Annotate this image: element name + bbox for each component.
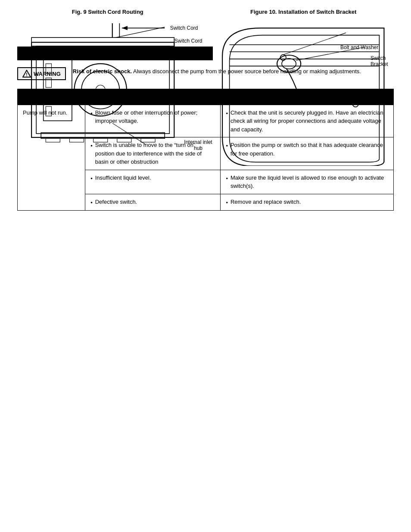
bullet-dot-4: •: [90, 199, 93, 207]
svg-line-22: [116, 27, 165, 37]
fig9-caption: Fig. 9 Switch Cord Routing: [17, 9, 198, 15]
fig9-diagram: Switch Cord: [17, 19, 198, 167]
remedy-liquid-text: Make sure the liquid level is allowed to…: [230, 174, 388, 190]
fig10-diagram: [213, 19, 394, 167]
svg-point-5: [96, 85, 105, 95]
remedy-defective: • Remove and replace switch.: [221, 194, 394, 211]
bullet-remedy-liquid: • Make sure the liquid level is allowed …: [226, 174, 388, 190]
switch-cord-callout: Switch Cord: [185, 51, 213, 57]
cause-liquid-text: Insufficient liquid level.: [95, 174, 151, 182]
bullet-remedy-defective: • Remove and replace switch.: [226, 198, 388, 207]
bullet-dot-r4: •: [226, 199, 228, 207]
bullet-defective: • Defective switch.: [90, 198, 215, 207]
svg-rect-0: [31, 42, 174, 137]
svg-rect-17: [93, 138, 108, 142]
remedy-defective-text: Remove and replace switch.: [230, 198, 301, 206]
svg-rect-19: [141, 138, 155, 142]
figure-left: Fig. 9 Switch Cord Routing: [17, 9, 198, 150]
remedy-liquid: • Make sure the liquid level is allowed …: [221, 170, 394, 194]
switch-cord-label: Switch Cord: [174, 38, 202, 44]
svg-point-3: [74, 64, 126, 116]
svg-rect-10: [46, 106, 51, 116]
svg-rect-9: [46, 92, 51, 102]
svg-rect-16: [69, 138, 84, 142]
svg-rect-7: [46, 64, 51, 73]
bullet-dot-3: •: [90, 174, 93, 183]
cause-defective: • Defective switch.: [85, 194, 221, 211]
fig9-switch-cord-label: Switch Cord: [170, 25, 198, 31]
svg-point-4: [81, 71, 119, 109]
svg-rect-18: [117, 138, 131, 142]
svg-point-30: [296, 92, 301, 97]
svg-rect-8: [46, 78, 51, 87]
svg-rect-15: [46, 138, 60, 142]
svg-rect-6: [44, 59, 72, 121]
bullet-liquid: • Insufficient liquid level.: [90, 174, 215, 183]
svg-line-31: [283, 33, 346, 55]
bullet-dot-r3: •: [226, 174, 228, 183]
cause-liquid: • Insufficient liquid level.: [85, 170, 221, 194]
fig10-caption: Figure 10. Installation of Switch Bracke…: [213, 9, 394, 15]
svg-point-33: [353, 101, 358, 107]
figure-right: Figure 10. Installation of Switch Bracke…: [213, 9, 394, 167]
switch-bracket-callout: Switch Bracket: [371, 55, 394, 67]
cause-defective-text: Defective switch.: [95, 198, 137, 206]
bolt-washer-callout: Bolt and Washer: [340, 44, 378, 50]
svg-rect-2: [31, 37, 174, 46]
internal-inlet-hub-callout: Internal inlet hub: [181, 139, 215, 151]
